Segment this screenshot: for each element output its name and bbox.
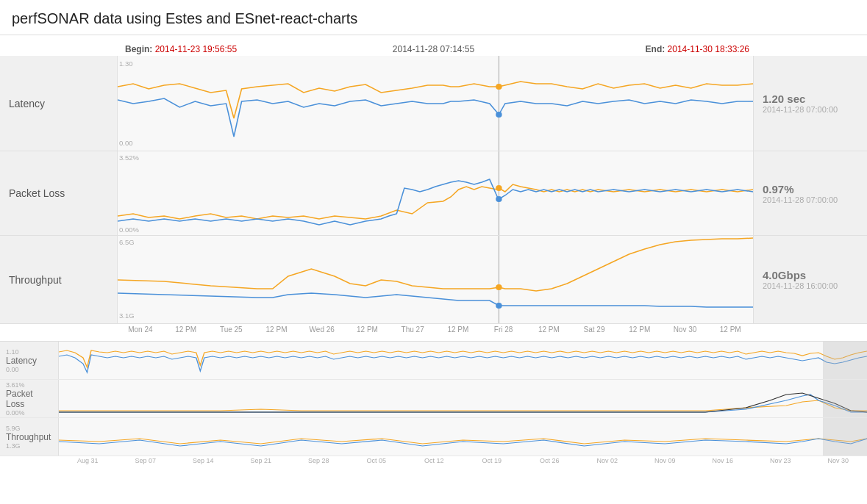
x-tick: Wed 26 [299,325,345,334]
mini-packet-loss-label: 3.61% Packet Loss 0.00% [0,380,59,417]
svg-text:3.1G: 3.1G [119,312,135,320]
throughput-label: Throughput [0,236,118,323]
mini-packet-loss-chart[interactable] [59,380,867,417]
mini-pl-ymax: 3.61% [6,381,52,389]
mini-pl-highlight [823,380,867,417]
mini-latency-highlight [823,342,867,379]
packet-loss-chart-row: Packet Loss 3.52% 0.00% 0.97% 2014-11-28… [0,151,867,236]
mini-tp-highlight [823,418,867,456]
mini-pl-ymin: 0.00% [6,409,52,417]
mini-x-tick: Sep 21 [232,457,290,464]
time-header: Begin: 2014-11-23 19:56:55 2014-11-28 07… [0,41,867,56]
svg-point-3 [496,84,502,90]
svg-point-9 [496,196,502,202]
mini-x-tick: Aug 31 [59,457,117,464]
svg-text:1.30: 1.30 [119,60,132,68]
mini-x-tick: Oct 26 [521,457,579,464]
mini-x-tick: Nov 02 [579,457,637,464]
svg-text:6.5G: 6.5G [119,239,135,246]
mini-x-tick: Oct 12 [405,457,463,464]
latency-chart-row: Latency 1.30 0.00 1.20 sec 2014-11-28 0 [0,56,867,151]
x-tick: Nov 30 [663,325,708,334]
svg-text:0.00%: 0.00% [119,226,139,234]
mini-x-tick: Oct 19 [463,457,521,464]
x-tick: 12 PM [617,325,663,334]
mini-x-tick: Nov 30 [810,457,868,464]
mini-x-tick: Sep 14 [174,457,232,464]
latency-label: Latency [0,56,118,151]
main-x-axis: Mon 24 12 PM Tue 25 12 PM Wed 26 12 PM T… [0,324,867,335]
mini-latency-label: 1.10 Latency 0.00 [0,342,59,379]
x-tick: Mon 24 [118,325,163,334]
throughput-chart-row: Throughput 6.5G 3.1G 4.0Gbps 2014-11-28 … [0,236,867,324]
end-time: End: 2014-11-30 18:33:26 [646,44,749,54]
x-tick: 12 PM [345,325,390,334]
begin-time: Begin: 2014-11-23 19:56:55 [125,44,237,54]
mini-throughput-row: 5.9G Throughput 1.3G [0,418,867,456]
mini-throughput-chart[interactable] [59,418,867,456]
x-tick: Fri 28 [481,325,527,334]
x-tick: 12 PM [435,325,481,334]
page-title: perfSONAR data using Estes and ESnet-rea… [0,0,867,35]
mini-tp-ymin: 1.3G [6,442,51,450]
mini-packet-loss-row: 3.61% Packet Loss 0.00% [0,380,867,418]
svg-point-13 [496,284,502,290]
packet-loss-value: 0.97% [763,183,794,195]
svg-point-8 [496,185,502,191]
main-chart-section: Begin: 2014-11-23 19:56:55 2014-11-28 07… [0,35,867,335]
latency-chart-area: 1.30 0.00 [118,56,753,151]
mini-x-tick: Sep 07 [117,457,175,464]
throughput-info: 4.0Gbps 2014-11-28 16:00:00 [753,236,867,323]
svg-point-14 [496,303,502,309]
packet-loss-date: 2014-11-28 07:00:00 [763,195,838,204]
throughput-date: 2014-11-28 16:00:00 [763,281,838,290]
latency-date: 2014-11-28 07:00:00 [763,105,838,114]
mini-latency-ymax: 1.10 [6,348,37,356]
latency-value: 1.20 sec [763,93,805,105]
x-tick: 12 PM [163,325,209,334]
x-tick: Tue 25 [208,325,254,334]
throughput-value: 4.0Gbps [763,269,806,281]
mini-x-tick: Nov 09 [636,457,694,464]
mini-x-tick: Nov 23 [752,457,810,464]
mini-latency-row: 1.10 Latency 0.00 [0,342,867,380]
x-tick: Sat 29 [571,325,617,334]
center-time: 2014-11-28 07:14:55 [393,44,474,54]
x-tick: 12 PM [254,325,299,334]
latency-info: 1.20 sec 2014-11-28 07:00:00 [753,56,867,151]
svg-text:0.00: 0.00 [119,140,132,147]
x-tick: 12 PM [707,325,753,334]
svg-point-4 [496,112,502,118]
mini-latency-ymin: 0.00 [6,366,37,373]
mini-x-tick: Nov 16 [694,457,752,464]
packet-loss-label: Packet Loss [0,151,118,235]
mini-charts-section: 1.10 Latency 0.00 3.61% Packet Loss 0.00… [0,341,867,464]
mini-x-tick: Oct 05 [348,457,406,464]
x-tick: 12 PM [526,325,571,334]
packet-loss-info: 0.97% 2014-11-28 07:00:00 [753,151,867,235]
mini-throughput-label: 5.9G Throughput 1.3G [0,418,59,456]
throughput-chart-area: 6.5G 3.1G [118,236,753,323]
packet-loss-chart-area: 3.52% 0.00% [118,151,753,235]
svg-text:3.52%: 3.52% [119,154,139,162]
mini-x-axis: Aug 31 Sep 07 Sep 14 Sep 21 Sep 28 Oct 0… [0,456,867,464]
x-tick: Thu 27 [390,325,435,334]
mini-tp-ymax: 5.9G [6,425,51,432]
mini-x-tick: Sep 28 [290,457,348,464]
mini-latency-chart[interactable] [59,342,867,379]
